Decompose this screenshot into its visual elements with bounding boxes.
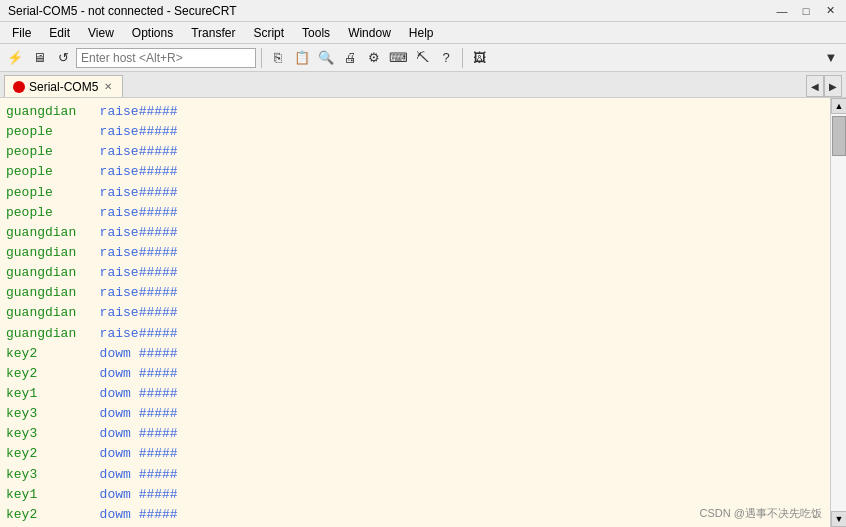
term-hash: #####	[139, 426, 178, 441]
scroll-up-button[interactable]: ▲	[831, 98, 846, 114]
toolbar-reconnect-btn[interactable]: ↺	[52, 47, 74, 69]
terminal-line: guangdian raise#####	[6, 283, 824, 303]
term-action: dowm	[76, 406, 138, 421]
toolbar-extra-btn[interactable]: 🖼	[468, 47, 490, 69]
terminal[interactable]: guangdian raise#####people raise#####peo…	[0, 98, 830, 527]
terminal-line: people raise#####	[6, 183, 824, 203]
term-name: people	[6, 185, 76, 200]
menu-edit[interactable]: Edit	[41, 24, 78, 42]
term-name: key1	[6, 386, 76, 401]
toolbar-settings-btn[interactable]: ⚙	[363, 47, 385, 69]
term-hash: #####	[139, 366, 178, 381]
menu-tools[interactable]: Tools	[294, 24, 338, 42]
toolbar-print-btn[interactable]: 🖨	[339, 47, 361, 69]
tab-next-button[interactable]: ▶	[824, 75, 842, 97]
term-hash: #####	[139, 185, 178, 200]
term-action: raise	[76, 144, 138, 159]
toolbar-separator-1	[261, 48, 262, 68]
terminal-line: guangdian raise#####	[6, 303, 824, 323]
toolbar-find-btn[interactable]: 🔍	[315, 47, 337, 69]
tab-serial-com5[interactable]: Serial-COM5 ✕	[4, 75, 123, 97]
term-name: key2	[6, 366, 76, 381]
menu-file[interactable]: File	[4, 24, 39, 42]
toolbar-keymap-btn[interactable]: ⌨	[387, 47, 409, 69]
term-name: people	[6, 205, 76, 220]
terminal-line: key2 dowm #####	[6, 444, 824, 464]
term-name: guangdian	[6, 104, 76, 119]
term-name: key1	[6, 487, 76, 502]
toolbar: ⚡ 🖥 ↺ ⎘ 📋 🔍 🖨 ⚙ ⌨ ⛏ ? 🖼 ▼	[0, 44, 846, 72]
tab-navigation: ◀ ▶	[806, 75, 842, 97]
term-name: key2	[6, 446, 76, 461]
terminal-line: key1 dowm #####	[6, 485, 824, 505]
term-action: dowm	[76, 507, 138, 522]
terminal-line: guangdian raise#####	[6, 102, 824, 122]
tab-bar: Serial-COM5 ✕ ◀ ▶	[0, 72, 846, 98]
minimize-button[interactable]: —	[774, 3, 790, 19]
scroll-thumb[interactable]	[832, 116, 846, 156]
terminal-line: key3 dowm #####	[6, 465, 824, 485]
toolbar-filter-btn[interactable]: ⛏	[411, 47, 433, 69]
close-button[interactable]: ✕	[822, 3, 838, 19]
term-hash: #####	[139, 144, 178, 159]
maximize-button[interactable]: □	[798, 3, 814, 19]
term-hash: #####	[139, 164, 178, 179]
tab-prev-button[interactable]: ◀	[806, 75, 824, 97]
toolbar-help-btn[interactable]: ?	[435, 47, 457, 69]
menu-help[interactable]: Help	[401, 24, 442, 42]
term-action: raise	[76, 285, 138, 300]
term-action: raise	[76, 245, 138, 260]
term-action: dowm	[76, 426, 138, 441]
term-hash: #####	[139, 104, 178, 119]
terminal-wrapper: guangdian raise#####people raise#####peo…	[0, 98, 846, 527]
menu-view[interactable]: View	[80, 24, 122, 42]
term-name: key2	[6, 346, 76, 361]
toolbar-paste-btn[interactable]: 📋	[291, 47, 313, 69]
term-hash: #####	[139, 285, 178, 300]
term-name: people	[6, 164, 76, 179]
term-action: raise	[76, 265, 138, 280]
term-name: guangdian	[6, 265, 76, 280]
term-action: raise	[76, 185, 138, 200]
term-name: people	[6, 144, 76, 159]
toolbar-connect-btn[interactable]: 🖥	[28, 47, 50, 69]
terminal-line: key1 dowm #####	[6, 384, 824, 404]
term-name: guangdian	[6, 326, 76, 341]
menu-transfer[interactable]: Transfer	[183, 24, 243, 42]
title-controls: — □ ✕	[774, 3, 838, 19]
tab-status-icon	[13, 81, 25, 93]
host-input[interactable]	[76, 48, 256, 68]
term-hash: #####	[139, 305, 178, 320]
toolbar-dropdown-btn[interactable]: ▼	[820, 47, 842, 69]
scroll-down-button[interactable]: ▼	[831, 511, 846, 527]
term-name: guangdian	[6, 245, 76, 260]
term-action: dowm	[76, 446, 138, 461]
term-name: guangdian	[6, 225, 76, 240]
title-bar: Serial-COM5 - not connected - SecureCRT …	[0, 0, 846, 22]
toolbar-copy-btn[interactable]: ⎘	[267, 47, 289, 69]
menu-script[interactable]: Script	[245, 24, 292, 42]
toolbar-new-btn[interactable]: ⚡	[4, 47, 26, 69]
term-action: dowm	[76, 467, 138, 482]
term-name: guangdian	[6, 285, 76, 300]
term-action: raise	[76, 164, 138, 179]
term-name: key3	[6, 426, 76, 441]
term-hash: #####	[139, 225, 178, 240]
term-hash: #####	[139, 205, 178, 220]
term-name: key3	[6, 467, 76, 482]
term-action: dowm	[76, 366, 138, 381]
term-name: key2	[6, 507, 76, 522]
term-action: raise	[76, 104, 138, 119]
menu-window[interactable]: Window	[340, 24, 399, 42]
tab-close-button[interactable]: ✕	[104, 81, 112, 92]
scroll-track[interactable]	[831, 114, 846, 511]
term-name: people	[6, 124, 76, 139]
menu-options[interactable]: Options	[124, 24, 181, 42]
terminal-line: key2 dowm #####	[6, 344, 824, 364]
terminal-line: guangdian raise#####	[6, 324, 824, 344]
menu-bar: File Edit View Options Transfer Script T…	[0, 22, 846, 44]
terminal-line: people raise#####	[6, 122, 824, 142]
term-action: raise	[76, 205, 138, 220]
term-hash: #####	[139, 467, 178, 482]
terminal-line: key3 dowm #####	[6, 424, 824, 444]
